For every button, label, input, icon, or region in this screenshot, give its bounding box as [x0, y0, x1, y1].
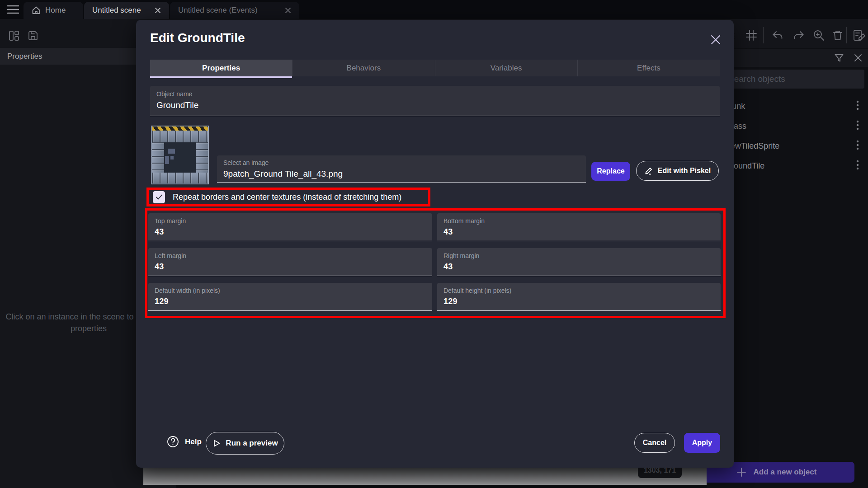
tile-image-thumbnail[interactable]	[151, 126, 209, 184]
toolbar-divider	[763, 27, 764, 43]
field-label: Bottom margin	[437, 213, 721, 225]
tab-effects[interactable]: Effects	[577, 60, 720, 76]
add-object-label: Add a new object	[754, 468, 817, 477]
tile-center	[164, 142, 196, 173]
field-value: 43	[437, 259, 721, 272]
stone-border-bottom	[152, 173, 208, 183]
tab-behaviors[interactable]: Behaviors	[292, 60, 434, 76]
tab-variables[interactable]: Variables	[435, 60, 577, 76]
grid-icon[interactable]	[745, 29, 758, 42]
object-row-grass[interactable]: Grass	[722, 116, 864, 136]
stone-border-right	[196, 142, 208, 173]
tab-untitled-scene-events[interactable]: Untitled scene (Events)	[170, 2, 299, 19]
field-value: GroundTile	[150, 98, 720, 110]
object-row-newtiledsprite[interactable]: NewTiledSprite	[722, 136, 864, 156]
toolbar-divider	[846, 27, 847, 43]
panel-title: Properties	[7, 52, 42, 61]
field-label: Left margin	[148, 248, 432, 259]
hazard-stripe	[152, 127, 208, 131]
search-objects-box	[722, 70, 864, 89]
field-value: 129	[437, 294, 721, 306]
help-button[interactable]: Help	[167, 436, 202, 448]
scene-canvas-edge	[143, 468, 707, 485]
tab-label: Untitled scene (Events)	[178, 6, 258, 15]
object-name-field[interactable]: Object name GroundTile	[150, 86, 720, 116]
field-label: Select an image	[217, 155, 586, 166]
redo-icon[interactable]	[793, 29, 805, 42]
close-tab-icon[interactable]	[155, 7, 161, 14]
right-margin-field[interactable]: Right margin 43	[437, 248, 721, 276]
kebab-menu-icon[interactable]	[856, 160, 859, 172]
object-row-trunk[interactable]: Trunk	[722, 96, 864, 116]
close-panel-icon[interactable]	[853, 53, 863, 63]
dialog-tab-strip: Properties Behaviors Variables Effects	[150, 60, 720, 76]
repeat-borders-row-highlight: Repeat borders and center textures (inst…	[146, 188, 430, 206]
kebab-menu-icon[interactable]	[856, 140, 859, 152]
close-tab-icon[interactable]	[285, 7, 291, 14]
top-tab-bar: Home Untitled scene Untitled scene (Even…	[0, 0, 868, 19]
kebab-menu-icon[interactable]	[856, 100, 859, 112]
tab-label: Properties	[202, 64, 240, 73]
tab-label: Effects	[637, 64, 660, 73]
undo-icon[interactable]	[771, 29, 784, 42]
dialog-title: Edit GroundTile	[150, 31, 245, 45]
left-margin-field[interactable]: Left margin 43	[148, 248, 432, 276]
field-value: 43	[148, 225, 432, 237]
field-label: Default height (in pixels)	[437, 283, 721, 294]
zoom-in-icon[interactable]	[812, 29, 825, 42]
open-panels-icon[interactable]	[8, 30, 20, 42]
save-icon[interactable]	[27, 30, 39, 42]
trash-icon[interactable]	[831, 29, 844, 42]
tab-properties[interactable]: Properties	[150, 60, 292, 76]
field-value: 9patch_Ground Tile_all_43.png	[217, 166, 586, 179]
help-label: Help	[185, 437, 202, 446]
field-label: Object name	[150, 86, 720, 98]
button-label: Run a preview	[226, 439, 278, 448]
close-dialog-icon[interactable]	[709, 33, 722, 46]
checkbox-label: Repeat borders and center textures (inst…	[173, 192, 401, 202]
search-objects-input[interactable]	[722, 70, 864, 89]
home-icon	[32, 6, 41, 15]
field-label: Default width (in pixels)	[148, 283, 432, 294]
pencil-icon	[644, 166, 653, 175]
edit-with-piskel-button[interactable]: Edit with Piskel	[636, 161, 719, 181]
tab-home[interactable]: Home	[24, 2, 83, 19]
field-value: 43	[437, 225, 721, 237]
tab-label: Behaviors	[347, 64, 381, 73]
button-label: Edit with Piskel	[658, 167, 711, 175]
run-preview-button[interactable]: Run a preview	[206, 432, 284, 455]
button-label: Replace	[597, 167, 624, 175]
stone-border-left	[152, 142, 164, 173]
gdevelop-app: Home Untitled scene Untitled scene (Even…	[0, 0, 868, 488]
edit-events-icon[interactable]	[853, 29, 866, 42]
field-label: Right margin	[437, 248, 721, 259]
field-value: 43	[148, 259, 432, 272]
tab-untitled-scene[interactable]: Untitled scene	[84, 2, 169, 19]
object-row-groundtile[interactable]: GroundTile	[722, 156, 864, 176]
tab-label: Home	[45, 6, 66, 15]
default-width-field[interactable]: Default width (in pixels) 129	[148, 283, 432, 311]
tab-label: Untitled scene	[92, 6, 141, 15]
play-icon	[212, 439, 221, 448]
button-label: Apply	[692, 439, 712, 447]
bottom-margin-field[interactable]: Bottom margin 43	[437, 213, 721, 241]
edit-object-dialog: Edit GroundTile Properties Behaviors Var…	[136, 20, 734, 468]
kebab-menu-icon[interactable]	[856, 120, 859, 132]
apply-button[interactable]: Apply	[684, 433, 720, 453]
button-label: Cancel	[643, 439, 666, 447]
cancel-button[interactable]: Cancel	[634, 433, 675, 453]
help-icon	[167, 436, 179, 448]
field-label: Top margin	[148, 213, 432, 225]
main-menu-icon[interactable]	[7, 5, 19, 14]
replace-image-button[interactable]: Replace	[591, 162, 630, 181]
top-margin-field[interactable]: Top margin 43	[148, 213, 432, 241]
filter-icon[interactable]	[834, 53, 844, 63]
repeat-borders-checkbox[interactable]	[153, 191, 165, 203]
plus-icon	[736, 467, 746, 477]
select-image-field[interactable]: Select an image 9patch_Ground Tile_all_4…	[217, 155, 586, 183]
nine-patch-margins-highlight: Top margin 43 Bottom margin 43 Left marg…	[145, 208, 726, 318]
stone-border-top	[152, 131, 208, 142]
tab-label: Variables	[491, 64, 522, 73]
field-value: 129	[148, 294, 432, 306]
default-height-field[interactable]: Default height (in pixels) 129	[437, 283, 721, 311]
